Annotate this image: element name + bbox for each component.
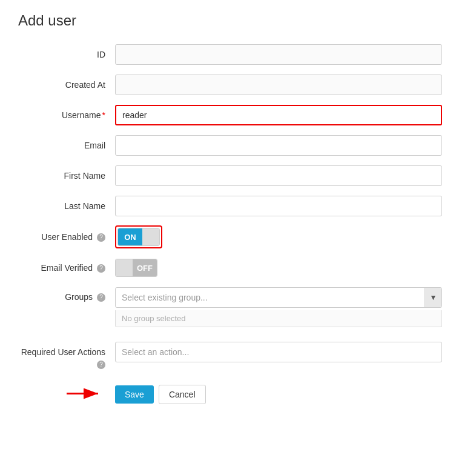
id-label: ID [18, 50, 115, 59]
email-label: Email [18, 141, 115, 150]
groups-help-icon[interactable]: ? [97, 293, 105, 302]
created-at-row: Created At [18, 74, 458, 96]
email-row: Email [18, 135, 458, 156]
cancel-button[interactable]: Cancel [159, 385, 206, 404]
username-label: Username* [18, 110, 115, 120]
page-title: Add user [18, 12, 458, 29]
groups-field-wrapper: Select existing group... ▼ No group sele… [115, 287, 442, 327]
created-at-field-wrapper [115, 75, 442, 95]
buttons-row: Save Cancel [18, 385, 458, 404]
toggle-off-label: OFF [133, 259, 157, 276]
first-name-input[interactable] [115, 165, 442, 186]
required-actions-field-wrapper: Select an action... [115, 342, 442, 362]
last-name-input[interactable] [115, 196, 442, 216]
id-field-wrapper [115, 44, 442, 65]
email-verified-row: Email Verified ? OFF [18, 257, 458, 279]
username-field-wrapper [115, 105, 442, 125]
groups-dropdown-arrow[interactable]: ▼ [425, 288, 441, 307]
email-verified-label: Email Verified ? [18, 263, 115, 273]
email-field-wrapper [115, 135, 442, 156]
toggle-on-side-gray [116, 259, 133, 276]
save-button[interactable]: Save [115, 385, 154, 404]
groups-select[interactable]: Select existing group... ▼ [115, 287, 442, 308]
created-at-input[interactable] [115, 75, 442, 95]
required-actions-help-icon[interactable]: ? [97, 361, 105, 369]
username-row: Username* [18, 104, 458, 126]
user-enabled-toggle-wrapper[interactable]: ON [115, 225, 162, 248]
user-enabled-help-icon[interactable]: ? [97, 233, 105, 242]
first-name-label: First Name [18, 171, 115, 181]
red-arrow-indicator [67, 385, 103, 405]
email-verified-toggle-wrapper[interactable]: OFF [115, 259, 157, 277]
user-enabled-row: User Enabled ? ON [18, 225, 458, 248]
id-row: ID [18, 44, 458, 65]
email-verified-help-icon[interactable]: ? [97, 264, 105, 273]
first-name-field-wrapper [115, 165, 442, 186]
required-actions-row: Required User Actions ? Select an action… [18, 342, 458, 370]
email-input[interactable] [115, 135, 442, 156]
email-verified-toggle[interactable]: OFF [115, 259, 157, 277]
required-actions-placeholder: Select an action... [122, 347, 189, 357]
add-user-form: ID Created At Username* Email First Name [18, 44, 458, 404]
first-name-row: First Name [18, 165, 458, 187]
last-name-row: Last Name [18, 195, 458, 217]
id-input[interactable] [115, 44, 442, 65]
required-asterisk: * [102, 110, 105, 120]
required-actions-label: Required User Actions ? [18, 342, 115, 370]
groups-row: Groups ? Select existing group... ▼ No g… [18, 287, 458, 327]
last-name-field-wrapper [115, 196, 442, 216]
groups-placeholder: Select existing group... [122, 293, 208, 302]
last-name-label: Last Name [18, 201, 115, 211]
created-at-label: Created At [18, 80, 115, 90]
no-group-selected: No group selected [115, 310, 442, 327]
user-enabled-label: User Enabled ? [18, 232, 115, 242]
red-arrow-icon [67, 385, 103, 403]
toggle-on-label: ON [118, 228, 142, 245]
user-enabled-toggle[interactable]: ON [117, 228, 160, 246]
toggle-off-side [142, 228, 159, 245]
required-actions-select[interactable]: Select an action... [115, 342, 442, 362]
groups-label: Groups ? [18, 287, 115, 302]
username-input[interactable] [115, 105, 442, 125]
